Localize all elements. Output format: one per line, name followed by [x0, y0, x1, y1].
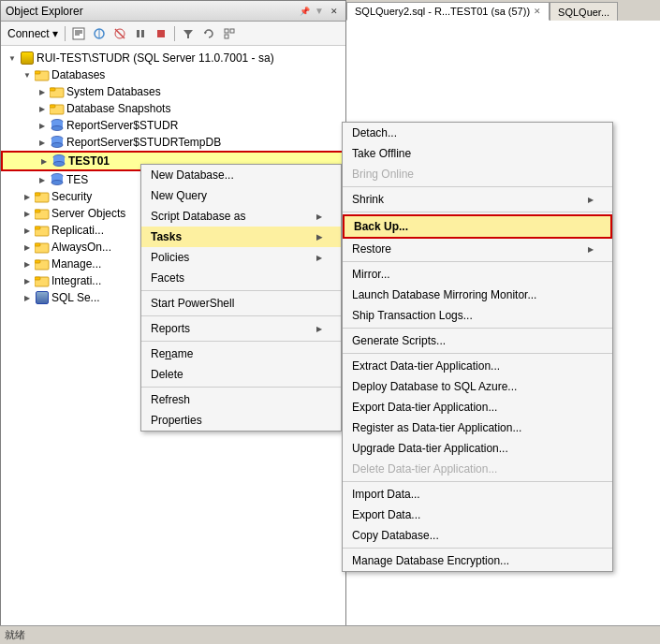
menu-facets[interactable]: Facets: [141, 268, 341, 288]
menu-start-powershell[interactable]: Start PowerShell: [141, 293, 341, 314]
tree-reportserver-studr[interactable]: ▶ ReportServer$STUDR: [1, 117, 345, 134]
submenu-arrow-shrink: ▶: [588, 196, 594, 204]
tab-sqlquery2-label: SQLQuery2.sql - R...TEST01 (sa (57)): [355, 6, 530, 17]
replication-folder-icon: [35, 223, 50, 238]
menu-upgrade-dac[interactable]: Upgrade Data-tier Application...: [343, 438, 612, 459]
stop-toolbar-btn[interactable]: [152, 24, 170, 43]
tree-reportserver-studr-temp[interactable]: ▶ ReportServer$STUDRTempDB: [1, 134, 345, 151]
submenu-arrow-tasks: ▶: [316, 233, 322, 242]
menu-tasks[interactable]: Tasks ▶: [141, 227, 341, 247]
tasks-sep-2: [343, 212, 612, 212]
tab-sqlquery2[interactable]: SQLQuery2.sql - R...TEST01 (sa (57)) ✕: [346, 2, 550, 21]
svg-rect-13: [225, 29, 228, 33]
new-query-toolbar-btn[interactable]: [69, 24, 88, 43]
system-databases-label: System Databases: [66, 85, 161, 98]
submenu-arrow-policies: ▶: [316, 254, 322, 262]
menu-copy-database[interactable]: Copy Database...: [343, 525, 612, 546]
expand-server-icon[interactable]: ▼: [5, 51, 20, 66]
menu-detach[interactable]: Detach...: [343, 123, 612, 143]
svg-point-24: [51, 126, 63, 131]
expand-ao-icon[interactable]: ▶: [20, 240, 35, 255]
expand-snapshots-icon[interactable]: ▶: [35, 101, 50, 116]
expand-sysdb-icon[interactable]: ▶: [35, 84, 50, 99]
menu-refresh[interactable]: Refresh: [141, 389, 341, 410]
submenu-arrow-reports: ▶: [316, 325, 322, 333]
tree-databases-folder[interactable]: ▼ Databases: [1, 66, 345, 83]
svg-rect-15: [225, 35, 228, 38]
security-label: Security: [51, 190, 92, 203]
menu-shrink[interactable]: Shrink ▶: [343, 189, 612, 210]
menu-bring-online[interactable]: Bring Online: [343, 164, 612, 184]
menu-manage-encryption[interactable]: Manage Database Encryption...: [343, 550, 612, 571]
system-db-folder-icon: [50, 84, 65, 99]
menu-policies[interactable]: Policies ▶: [141, 247, 341, 268]
menu-register-dac[interactable]: Register as Data-tier Application...: [343, 417, 612, 438]
menu-new-database[interactable]: New Database...: [141, 165, 341, 185]
expand-test01-icon[interactable]: ▶: [37, 154, 51, 168]
pin-icon[interactable]: 📌: [298, 5, 311, 18]
expand-so-icon[interactable]: ▶: [20, 206, 35, 221]
menu-import-data[interactable]: Import Data...: [343, 484, 612, 505]
integration-folder-icon: [35, 273, 50, 288]
menu-new-query[interactable]: New Query: [141, 185, 341, 206]
management-folder-icon: [35, 256, 50, 271]
svg-rect-37: [35, 210, 40, 212]
svg-rect-0: [73, 28, 84, 39]
management-label: Manage...: [51, 257, 101, 271]
menu-reports[interactable]: Reports ▶: [141, 318, 341, 339]
expand-databases-icon[interactable]: ▼: [20, 67, 35, 82]
databases-folder-icon: [35, 67, 50, 82]
tasks-sep-4: [343, 328, 612, 329]
menu-sep-4: [141, 387, 341, 388]
menu-backup[interactable]: Back Up...: [343, 214, 612, 239]
tree-system-databases[interactable]: ▶ System Databases: [1, 83, 345, 100]
status-bar: 就绪: [0, 625, 660, 644]
expand-security-icon[interactable]: ▶: [20, 189, 35, 204]
menu-extract-dac[interactable]: Extract Data-tier Application...: [343, 356, 612, 376]
disconnect-toolbar-btn[interactable]: [110, 24, 129, 43]
svg-point-33: [51, 181, 63, 185]
expand-rep-icon[interactable]: ▶: [20, 223, 35, 238]
pause-toolbar-btn[interactable]: [131, 24, 150, 43]
tree-db-snapshots[interactable]: ▶ Database Snapshots: [1, 100, 345, 117]
svg-rect-8: [137, 30, 139, 37]
svg-point-27: [51, 143, 63, 148]
menu-properties[interactable]: Properties: [141, 410, 341, 431]
svg-rect-10: [157, 30, 165, 37]
object-explorer-titlebar: Object Explorer 📌 ▼ ✕: [1, 1, 345, 22]
tree-server-node[interactable]: ▼ RUI-TEST\STUDR (SQL Server 11.0.7001 -…: [1, 50, 345, 66]
connect-toolbar-btn[interactable]: [90, 24, 109, 43]
menu-generate-scripts[interactable]: Generate Scripts...: [343, 330, 612, 351]
refresh-toolbar-btn[interactable]: [199, 24, 218, 43]
filter-toolbar-btn[interactable]: [179, 24, 198, 43]
menu-mirror[interactable]: Mirror...: [343, 264, 612, 285]
menu-restore[interactable]: Restore ▶: [343, 239, 612, 259]
expand-rs2-icon[interactable]: ▶: [35, 135, 50, 150]
context-menu-tasks: Detach... Take Offline Bring Online Shri…: [342, 122, 613, 572]
menu-export-data[interactable]: Export Data...: [343, 505, 612, 525]
replication-label: Replicati...: [51, 224, 104, 237]
menu-export-dac[interactable]: Export Data-tier Application...: [343, 397, 612, 417]
expand-agent-icon[interactable]: ▶: [20, 290, 35, 305]
expand-mgmt-icon[interactable]: ▶: [20, 256, 35, 271]
expand-rs1-icon[interactable]: ▶: [35, 118, 50, 133]
menu-delete[interactable]: Delete: [141, 364, 341, 385]
close-icon[interactable]: ✕: [328, 5, 341, 18]
tab-sqlquer[interactable]: SQLQuer...: [550, 2, 618, 21]
expand-tes-icon[interactable]: ▶: [35, 172, 50, 187]
reportserver-temp-label: ReportServer$STUDRTempDB: [66, 136, 221, 149]
server-objects-icon: [35, 206, 50, 221]
menu-take-offline[interactable]: Take Offline: [343, 143, 612, 164]
connect-button[interactable]: Connect ▾: [5, 26, 61, 41]
menu-script-database-as[interactable]: Script Database as ▶: [141, 206, 341, 227]
menu-delete-dac[interactable]: Delete Data-tier Application...: [343, 459, 612, 479]
menu-deploy-azure[interactable]: Deploy Database to SQL Azure...: [343, 376, 612, 397]
tab-sqlquery2-close[interactable]: ✕: [534, 7, 541, 16]
menu-rename[interactable]: Rename: [141, 344, 341, 364]
menu-launch-mirroring[interactable]: Launch Database Mirroring Monitor...: [343, 285, 612, 305]
menu-ship-logs[interactable]: Ship Transaction Logs...: [343, 305, 612, 326]
collapse-toolbar-btn[interactable]: [220, 24, 239, 43]
menu-sep-3: [141, 341, 341, 342]
svg-rect-43: [35, 260, 40, 263]
expand-is-icon[interactable]: ▶: [20, 273, 35, 288]
